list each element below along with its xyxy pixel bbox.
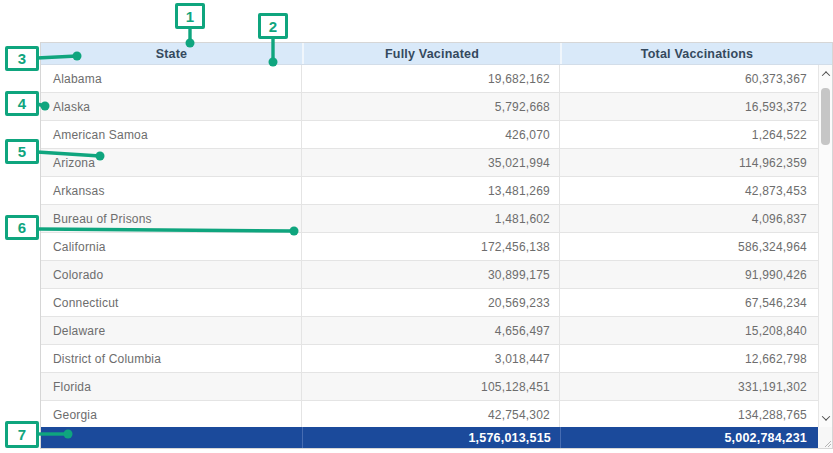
data-grid: State Fully Vacinated Total Vaccinations… bbox=[41, 43, 832, 448]
table-row[interactable]: Delaware 4,656,497 15,208,840 bbox=[41, 317, 818, 345]
fully-vaccinated-cell: 35,021,994 bbox=[302, 149, 560, 176]
fully-vaccinated-cell: 42,754,302 bbox=[302, 401, 560, 427]
table-row[interactable]: District of Columbia 3,018,447 12,662,79… bbox=[41, 345, 818, 373]
table-row[interactable]: Connecticut 20,569,233 67,546,234 bbox=[41, 289, 818, 317]
total-vaccinations-cell: 16,593,372 bbox=[560, 93, 818, 120]
column-header-total-vaccinations[interactable]: Total Vaccinations bbox=[560, 43, 832, 64]
chevron-up-icon bbox=[821, 71, 829, 79]
vertical-scrollbar[interactable] bbox=[818, 65, 832, 427]
state-cell: Arizona bbox=[41, 149, 302, 176]
state-cell: Arkansas bbox=[41, 177, 302, 204]
table-row[interactable]: Bureau of Prisons 1,481,602 4,096,837 bbox=[41, 205, 818, 233]
fully-vaccinated-cell: 13,481,269 bbox=[302, 177, 560, 204]
callout-badge-2: 2 bbox=[258, 13, 288, 39]
fully-vaccinated-cell: 3,018,447 bbox=[302, 345, 560, 372]
total-vaccinations-cell: 114,962,359 bbox=[560, 149, 818, 176]
total-vaccinations-cell: 15,208,840 bbox=[560, 317, 818, 344]
callout-badge-6: 6 bbox=[5, 215, 39, 240]
state-cell: Delaware bbox=[41, 317, 302, 344]
grid-rows: Alabama 19,682,162 60,373,367 Alaska 5,7… bbox=[41, 65, 818, 427]
fully-vaccinated-cell: 172,456,138 bbox=[302, 233, 560, 260]
callout-badge-1: 1 bbox=[175, 3, 205, 29]
totals-fully-vaccinated-cell: 1,576,013,515 bbox=[302, 427, 560, 448]
total-vaccinations-cell: 1,264,522 bbox=[560, 121, 818, 148]
table-row[interactable]: Alabama 19,682,162 60,373,367 bbox=[41, 65, 818, 93]
callout-badge-3: 3 bbox=[5, 46, 39, 71]
state-cell: Georgia bbox=[41, 401, 302, 427]
table-row[interactable]: Arkansas 13,481,269 42,873,453 bbox=[41, 177, 818, 205]
resize-grip-icon bbox=[822, 438, 831, 447]
state-cell: Colorado bbox=[41, 261, 302, 288]
table-row[interactable]: Florida 105,128,451 331,191,302 bbox=[41, 373, 818, 401]
table-row[interactable]: Alaska 5,792,668 16,593,372 bbox=[41, 93, 818, 121]
grid-header-row: State Fully Vacinated Total Vaccinations bbox=[41, 43, 832, 65]
total-vaccinations-cell: 60,373,367 bbox=[560, 65, 818, 92]
table-row[interactable]: California 172,456,138 586,324,964 bbox=[41, 233, 818, 261]
callout-badge-7: 7 bbox=[5, 421, 39, 448]
total-vaccinations-cell: 331,191,302 bbox=[560, 373, 818, 400]
state-cell: District of Columbia bbox=[41, 345, 302, 372]
total-vaccinations-cell: 42,873,453 bbox=[560, 177, 818, 204]
totals-row-background: 1,576,013,515 5,002,784,231 bbox=[41, 427, 818, 448]
state-cell: California bbox=[41, 233, 302, 260]
column-header-state[interactable]: State bbox=[41, 43, 302, 64]
state-cell: Bureau of Prisons bbox=[41, 205, 302, 232]
fully-vaccinated-cell: 30,899,175 bbox=[302, 261, 560, 288]
scrollbar-corner bbox=[818, 427, 832, 448]
fully-vaccinated-cell: 5,792,668 bbox=[302, 93, 560, 120]
table-row[interactable]: Georgia 42,754,302 134,288,765 bbox=[41, 401, 818, 427]
scroll-up-button[interactable] bbox=[819, 67, 832, 81]
total-vaccinations-cell: 4,096,837 bbox=[560, 205, 818, 232]
fully-vaccinated-cell: 4,656,497 bbox=[302, 317, 560, 344]
fully-vaccinated-cell: 19,682,162 bbox=[302, 65, 560, 92]
scroll-down-button[interactable] bbox=[819, 411, 832, 425]
table-row[interactable]: Arizona 35,021,994 114,962,359 bbox=[41, 149, 818, 177]
total-vaccinations-cell: 91,990,426 bbox=[560, 261, 818, 288]
grid-body: Alabama 19,682,162 60,373,367 Alaska 5,7… bbox=[41, 65, 832, 427]
totals-total-vaccinations-cell: 5,002,784,231 bbox=[560, 427, 818, 448]
callout-badge-5: 5 bbox=[5, 139, 39, 164]
annotated-data-grid-screenshot: State Fully Vacinated Total Vaccinations… bbox=[0, 0, 833, 453]
column-header-fully-vaccinated[interactable]: Fully Vacinated bbox=[302, 43, 560, 64]
scrollbar-thumb[interactable] bbox=[821, 88, 830, 145]
callout-badge-4: 4 bbox=[5, 91, 39, 116]
fully-vaccinated-cell: 20,569,233 bbox=[302, 289, 560, 316]
fully-vaccinated-cell: 1,481,602 bbox=[302, 205, 560, 232]
fully-vaccinated-cell: 426,070 bbox=[302, 121, 560, 148]
state-cell: Florida bbox=[41, 373, 302, 400]
total-vaccinations-cell: 12,662,798 bbox=[560, 345, 818, 372]
fully-vaccinated-cell: 105,128,451 bbox=[302, 373, 560, 400]
table-row[interactable]: American Samoa 426,070 1,264,522 bbox=[41, 121, 818, 149]
total-vaccinations-cell: 67,546,234 bbox=[560, 289, 818, 316]
total-vaccinations-cell: 134,288,765 bbox=[560, 401, 818, 427]
state-cell: American Samoa bbox=[41, 121, 302, 148]
state-cell: Alaska bbox=[41, 93, 302, 120]
grid-totals-row: 1,576,013,515 5,002,784,231 bbox=[41, 427, 832, 448]
state-cell: Connecticut bbox=[41, 289, 302, 316]
total-vaccinations-cell: 586,324,964 bbox=[560, 233, 818, 260]
table-row[interactable]: Colorado 30,899,175 91,990,426 bbox=[41, 261, 818, 289]
state-cell: Alabama bbox=[41, 65, 302, 92]
chevron-down-icon bbox=[821, 412, 829, 420]
totals-state-cell bbox=[41, 427, 302, 448]
